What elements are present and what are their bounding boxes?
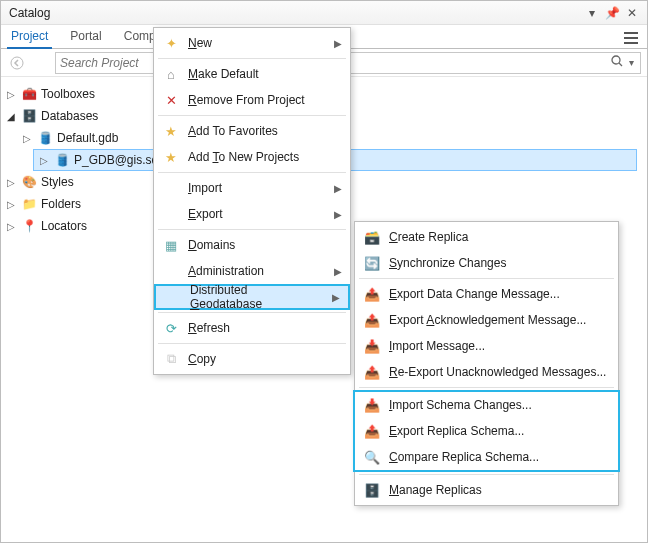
import-msg-icon: 📥 (363, 337, 381, 355)
tree-label: Databases (41, 109, 98, 123)
chevron-right-icon[interactable]: ▷ (5, 221, 17, 232)
context-menu-distributed-gdb: 🗃️ Create Replica 🔄 Synchronize Changes … (354, 221, 619, 506)
toolbox-icon: 🧰 (21, 86, 37, 102)
blank-icon (162, 205, 180, 223)
highlighted-schema-group: 📥 Import Schema Changes... 📤 Export Repl… (353, 390, 620, 472)
tree-label: Default.gdb (57, 131, 118, 145)
chevron-right-icon[interactable]: ▷ (5, 177, 17, 188)
refresh-icon: ⟳ (162, 319, 180, 337)
tree-label: Folders (41, 197, 81, 211)
manage-replicas-icon: 🗄️ (363, 481, 381, 499)
menu-item-copy: ⧉ Copy (154, 346, 350, 372)
menu-item-distributed-geodatabase[interactable]: Distributed Geodatabase ▶ (154, 284, 350, 310)
search-icon[interactable] (607, 55, 627, 70)
menu-item-make-default[interactable]: ⌂ Make Default (154, 61, 350, 87)
menu-label: Add To New Projects (188, 150, 342, 164)
menu-label: Compare Replica Schema... (389, 450, 610, 464)
home-db-icon: ⌂ (162, 65, 180, 83)
context-menu-primary: ✦ New ▶ ⌂ Make Default ✕ Remove From Pro… (153, 27, 351, 375)
menu-item-refresh[interactable]: ⟳ Refresh (154, 315, 350, 341)
catalog-pane: Catalog ▾ 📌 ✕ Project Portal Compute ▾ (0, 0, 648, 543)
remove-icon: ✕ (162, 91, 180, 109)
sync-icon: 🔄 (363, 254, 381, 272)
menu-label: Export Acknowledgement Message... (389, 313, 610, 327)
menu-item-domains[interactable]: ▦ Domains (154, 232, 350, 258)
menu-label: Export Replica Schema... (389, 424, 610, 438)
menu-item-administration[interactable]: Administration ▶ (154, 258, 350, 284)
menu-label: Manage Replicas (389, 483, 610, 497)
tree-label: Toolboxes (41, 87, 95, 101)
menu-item-import[interactable]: Import ▶ (154, 175, 350, 201)
chevron-right-icon[interactable]: ▷ (21, 133, 33, 144)
styles-icon: 🎨 (21, 174, 37, 190)
blank-icon (162, 179, 180, 197)
submenu-arrow-icon: ▶ (326, 209, 342, 220)
compare-schema-icon: 🔍 (363, 448, 381, 466)
tree-label: Styles (41, 175, 74, 189)
menu-label: Create Replica (389, 230, 610, 244)
menu-label: Import Message... (389, 339, 610, 353)
star-solid-icon: ★ (162, 122, 180, 140)
content-area: ▷ 🧰 Toolboxes ◢ 🗄️ Databases ▷ 🛢️ Defaul… (1, 77, 647, 542)
tree-label: P_GDB@gis.sde (74, 153, 165, 167)
tab-project[interactable]: Project (7, 29, 52, 49)
menu-item-new[interactable]: ✦ New ▶ (154, 30, 350, 56)
menu-item-manage-replicas[interactable]: 🗄️ Manage Replicas (355, 477, 618, 503)
chevron-right-icon[interactable]: ▷ (38, 155, 50, 166)
menu-item-export[interactable]: Export ▶ (154, 201, 350, 227)
separator (158, 229, 346, 230)
separator (359, 278, 614, 279)
svg-point-4 (612, 56, 620, 64)
chevron-right-icon[interactable]: ▷ (5, 199, 17, 210)
chevron-down-icon[interactable]: ◢ (5, 111, 17, 122)
locator-icon: 📍 (21, 218, 37, 234)
tab-portal[interactable]: Portal (66, 29, 105, 48)
autohide-button[interactable]: ▾ (585, 6, 599, 20)
pin-button[interactable]: 📌 (605, 6, 619, 20)
create-replica-icon: 🗃️ (363, 228, 381, 246)
title-text: Catalog (9, 6, 50, 20)
title-bar: Catalog ▾ 📌 ✕ (1, 1, 647, 25)
copy-icon: ⧉ (162, 350, 180, 368)
menu-item-export-data-change[interactable]: 📤 Export Data Change Message... (355, 281, 618, 307)
menu-item-remove[interactable]: ✕ Remove From Project (154, 87, 350, 113)
close-button[interactable]: ✕ (625, 6, 639, 20)
menu-item-import-message[interactable]: 📥 Import Message... (355, 333, 618, 359)
menu-item-export-ack[interactable]: 📤 Export Acknowledgement Message... (355, 307, 618, 333)
separator (158, 58, 346, 59)
menu-item-sync-changes[interactable]: 🔄 Synchronize Changes (355, 250, 618, 276)
folder-icon: 📁 (21, 196, 37, 212)
menu-label: Domains (188, 238, 342, 252)
geodatabase-icon: 🛢️ (37, 130, 53, 146)
menu-label: Remove From Project (188, 93, 342, 107)
separator (158, 343, 346, 344)
menu-label: Administration (188, 264, 318, 278)
tabs: Project Portal Compute (7, 29, 176, 48)
menu-item-export-replica-schema[interactable]: 📤 Export Replica Schema... (355, 418, 618, 444)
menu-item-create-replica[interactable]: 🗃️ Create Replica (355, 224, 618, 250)
search-dropdown-icon[interactable]: ▾ (627, 57, 636, 68)
menu-item-import-schema-changes[interactable]: 📥 Import Schema Changes... (355, 392, 618, 418)
menu-label: Make Default (188, 67, 342, 81)
menu-item-add-favorites[interactable]: ★ Add To Favorites (154, 118, 350, 144)
back-button[interactable] (7, 53, 27, 73)
menu-item-compare-replica-schema[interactable]: 🔍 Compare Replica Schema... (355, 444, 618, 470)
menu-label: Add To Favorites (188, 124, 342, 138)
import-schema-icon: 📥 (363, 396, 381, 414)
menu-label: Distributed Geodatabase (190, 283, 316, 311)
window-controls: ▾ 📌 ✕ (585, 6, 639, 20)
menu-label: Import Schema Changes... (389, 398, 610, 412)
chevron-right-icon[interactable]: ▷ (5, 89, 17, 100)
export-data-icon: 📤 (363, 285, 381, 303)
hamburger-menu-button[interactable] (621, 28, 641, 48)
menu-label: Copy (188, 352, 342, 366)
blank-icon (162, 262, 180, 280)
submenu-arrow-icon: ▶ (326, 38, 342, 49)
menu-item-reexport[interactable]: 📤 Re-Export Unacknowledged Messages... (355, 359, 618, 385)
separator (359, 474, 614, 475)
submenu-arrow-icon: ▶ (326, 266, 342, 277)
menu-item-add-new-projects[interactable]: ★ Add To New Projects (154, 144, 350, 170)
tree-label: Locators (41, 219, 87, 233)
reexport-icon: 📤 (363, 363, 381, 381)
submenu-arrow-icon: ▶ (326, 183, 342, 194)
